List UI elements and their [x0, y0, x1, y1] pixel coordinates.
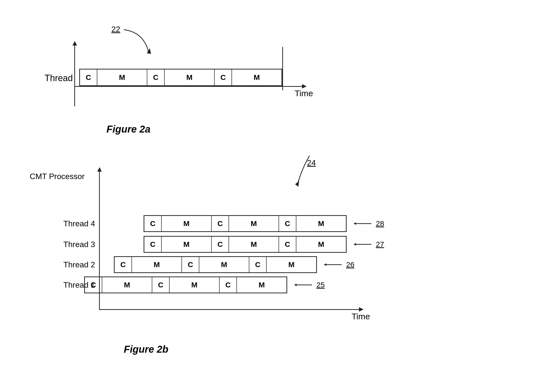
figure-2b-area: 24 CMT Processor Time Thread 4 C M C M C… [20, 148, 527, 371]
seg-m1: M [97, 69, 147, 85]
ref-26-arrow [322, 262, 344, 267]
arrow-24-svg [282, 153, 337, 193]
t4-seg-c3: C [279, 216, 296, 231]
thread-3-bar: C M C M C M [144, 236, 347, 253]
svg-marker-7 [324, 263, 326, 266]
thread-4-label: Thread 4 [50, 219, 99, 228]
svg-marker-1 [295, 181, 299, 187]
thread-2-bar: C M C M C M [114, 256, 317, 273]
svg-marker-5 [354, 243, 356, 246]
t3-seg-m2: M [229, 237, 279, 252]
ref-27-arrow [352, 242, 374, 247]
thread-1-bar: C M C M C M [84, 277, 287, 293]
thread-2-bar-wrapper: C M C M C M [99, 256, 317, 273]
t2-seg-c2: C [182, 257, 199, 272]
xaxis-2a [74, 86, 302, 87]
thread-1-bar-wrapper: C M C M C M [84, 277, 287, 293]
t3-seg-c2: C [212, 237, 229, 252]
t3-seg-m1: M [162, 237, 212, 252]
ref-28-num: 28 [376, 219, 384, 228]
ref-28: 28 [352, 219, 384, 228]
t3-seg-c1: C [144, 237, 162, 252]
svg-marker-3 [354, 222, 356, 225]
caption-2b: Figure 2b [124, 344, 168, 355]
t4-seg-c1: C [144, 216, 162, 231]
cmt-processor-label: CMT Processor [30, 172, 85, 181]
t1-seg-m2: M [170, 277, 220, 293]
diagram-container: 22 Thread C M C M C M Time Figure 2a 24 [0, 0, 539, 392]
t3-seg-c3: C [279, 237, 296, 252]
thread-1-row: Thread 1 C M C M C M 25 [50, 277, 325, 293]
xaxis-2b [99, 309, 359, 310]
seg-c2: C [147, 69, 165, 85]
t1-seg-m3: M [237, 277, 286, 293]
time-label-2b: Time [352, 312, 370, 321]
ref-25-arrow [292, 282, 314, 287]
ref-26: 26 [322, 260, 354, 269]
t4-seg-m2: M [229, 216, 279, 231]
seg-m3: M [232, 69, 282, 85]
seg-m2: M [165, 69, 215, 85]
t2-seg-c3: C [249, 257, 267, 272]
thread-3-label: Thread 3 [50, 240, 99, 249]
ref-28-arrow [352, 221, 374, 226]
figure-2a-area: 22 Thread C M C M C M Time Figure 2a [20, 15, 292, 134]
t4-seg-c2: C [212, 216, 229, 231]
t2-seg-m3: M [267, 257, 316, 272]
arrow-22-svg [109, 27, 158, 59]
vtick-2a [282, 47, 283, 90]
timeline-bar-2a: C M C M C M [79, 69, 282, 86]
seg-c1: C [80, 69, 97, 85]
time-label-2a: Time [295, 89, 313, 98]
ref-25: 25 [292, 281, 325, 289]
seg-c3: C [215, 69, 232, 85]
t4-seg-m1: M [162, 216, 212, 231]
t1-seg-c1: C [85, 277, 102, 293]
thread-4-bar: C M C M C M [144, 215, 347, 232]
t1-seg-c3: C [220, 277, 237, 293]
thread-4-row: Thread 4 C M C M C M 28 [50, 215, 384, 232]
thread-3-row: Thread 3 C M C M C M 27 [50, 236, 384, 253]
thread-2-row: Thread 2 C M C M C M 26 [50, 256, 354, 273]
t4-seg-m3: M [296, 216, 346, 231]
svg-marker-9 [294, 284, 297, 286]
t1-seg-c2: C [152, 277, 170, 293]
yaxis-2a [74, 45, 75, 106]
t2-seg-m2: M [199, 257, 249, 272]
caption-2a: Figure 2a [106, 124, 151, 135]
t2-seg-m1: M [132, 257, 182, 272]
ref-27-num: 27 [376, 240, 384, 249]
thread-label-2a: Thread [45, 73, 73, 83]
ref-26-num: 26 [346, 260, 354, 269]
t3-seg-m3: M [296, 237, 346, 252]
t2-seg-c1: C [115, 257, 132, 272]
thread-2-label: Thread 2 [50, 260, 99, 269]
ref-25-num: 25 [316, 281, 325, 289]
thread-3-bar-wrapper: C M C M C M [114, 236, 347, 253]
t1-seg-m1: M [102, 277, 152, 293]
ref-27: 27 [352, 240, 384, 249]
